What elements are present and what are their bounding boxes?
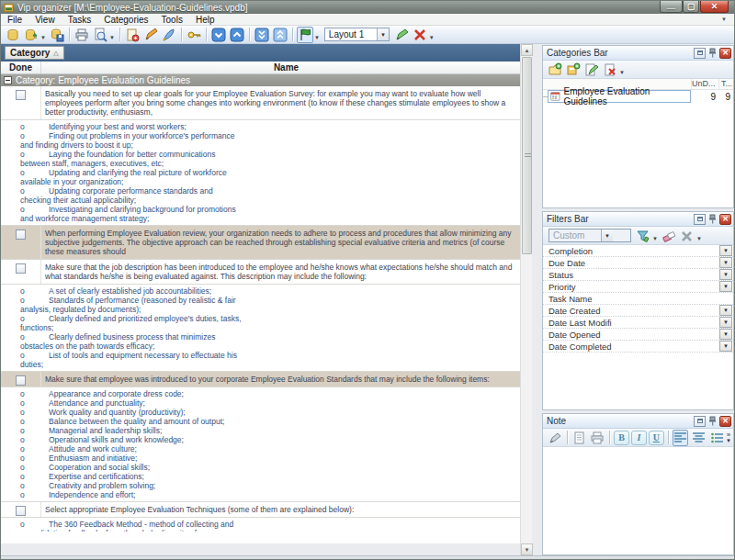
- filter-dropdown-icon[interactable]: ▼: [719, 341, 732, 352]
- bullet-task-row[interactable]: oAppearance and corporate dress code;oAt…: [1, 387, 520, 502]
- print-preview-icon[interactable]: [92, 27, 108, 43]
- toolbar-overflow-icon[interactable]: ▼: [109, 35, 115, 40]
- add-category-icon[interactable]: [547, 62, 563, 78]
- pin-panel-icon[interactable]: [707, 48, 718, 59]
- bullet-task-row[interactable]: oA set of clearly established job accoun…: [1, 285, 520, 372]
- add-subcategory-icon[interactable]: [565, 62, 582, 78]
- layout-combo[interactable]: Layout 1▼: [324, 28, 390, 41]
- bold-icon[interactable]: B: [614, 431, 629, 445]
- close-panel-icon[interactable]: ✕: [719, 416, 731, 427]
- task-row[interactable]: Basically you need to set up clear goals…: [1, 86, 520, 120]
- underline-icon[interactable]: U: [649, 431, 664, 445]
- task-row[interactable]: Make sure that employee was introduced t…: [1, 372, 520, 387]
- align-center-icon[interactable]: [690, 430, 707, 446]
- scroll-up-icon[interactable]: ▲: [521, 44, 533, 56]
- toolbar-overflow-icon[interactable]: ▼: [652, 236, 658, 241]
- close-panel-icon[interactable]: ✕: [719, 214, 731, 225]
- note-content[interactable]: [543, 448, 733, 554]
- group-by-category-button[interactable]: Category △: [5, 46, 64, 60]
- restore-panel-icon[interactable]: [694, 214, 706, 225]
- task-checkbox[interactable]: [16, 375, 26, 386]
- toolbar-overflow-icon[interactable]: ▼: [314, 35, 320, 40]
- filter-dropdown-icon[interactable]: ▼: [719, 245, 732, 256]
- menu-view[interactable]: View: [28, 14, 62, 26]
- filter-row-status[interactable]: Status▼: [543, 269, 733, 281]
- filter-row-completion[interactable]: Completion▼: [543, 245, 733, 257]
- menu-tasks[interactable]: Tasks: [62, 14, 98, 26]
- new-note-icon[interactable]: [571, 430, 588, 446]
- minimize-button[interactable]: —: [660, 1, 683, 13]
- filter-dropdown-icon[interactable]: ▼: [719, 317, 732, 328]
- bullet-task-row[interactable]: oIdentifying your best and worst workers…: [1, 120, 520, 226]
- new-task-icon[interactable]: [124, 27, 141, 43]
- maximize-button[interactable]: ▢: [683, 1, 699, 13]
- apply-filter-icon[interactable]: [635, 228, 651, 244]
- task-checkbox[interactable]: [16, 506, 26, 516]
- filter-dropdown-icon[interactable]: ▼: [719, 281, 732, 292]
- filter-dropdown-icon[interactable]: ▼: [719, 305, 732, 316]
- collapse-all-icon[interactable]: [272, 27, 288, 43]
- print-icon[interactable]: [74, 27, 90, 43]
- print-note-icon[interactable]: [590, 430, 606, 446]
- column-header-name[interactable]: Name: [41, 62, 531, 73]
- filter-row-date-last-modifi[interactable]: Date Last Modifi▼: [543, 317, 733, 329]
- align-left-icon[interactable]: [673, 430, 689, 446]
- combo-dropdown-icon[interactable]: ▼: [601, 230, 613, 241]
- menu-help[interactable]: Help: [189, 14, 221, 26]
- clear-filter-icon[interactable]: [661, 228, 677, 244]
- group-row[interactable]: Category: Employee Evaluation Guidelines: [1, 74, 520, 86]
- expand-all-icon[interactable]: [254, 27, 270, 43]
- bullet-task-row[interactable]: oThe 360 Feedback Method - method of col…: [1, 518, 520, 532]
- category-selected-cell[interactable]: Employee Evaluation Guidelines: [548, 90, 691, 103]
- close-panel-icon[interactable]: ✕: [719, 48, 731, 59]
- edit-layout-icon[interactable]: [393, 27, 410, 43]
- menu-tools[interactable]: Tools: [155, 14, 189, 26]
- filter-dropdown-icon[interactable]: ▼: [719, 269, 732, 280]
- task-checkbox[interactable]: [16, 230, 26, 240]
- category-row[interactable]: – Employee Evaluation Guidelines 9 9: [543, 90, 733, 103]
- categories-column-undone[interactable]: UnD...: [691, 79, 718, 89]
- flag-toggle-icon[interactable]: [297, 27, 313, 43]
- note-toolbar-overflow-icon[interactable]: »▼: [726, 431, 731, 443]
- bullet-list-icon[interactable]: [708, 430, 725, 446]
- filter-dropdown-icon[interactable]: ▼: [719, 257, 732, 268]
- filter-row-task-name[interactable]: Task Name: [543, 293, 733, 305]
- filter-row-date-completed[interactable]: Date Completed▼: [543, 341, 733, 353]
- toolbar-overflow-icon[interactable]: ▼: [619, 70, 625, 75]
- complete-task-icon[interactable]: [161, 27, 177, 43]
- task-row[interactable]: Make sure that the job description has b…: [1, 260, 520, 285]
- toolbar-overflow-icon[interactable]: ▼: [429, 35, 435, 40]
- menu-file[interactable]: File: [1, 14, 28, 26]
- menu-categories[interactable]: Categories: [97, 14, 154, 26]
- italic-icon[interactable]: I: [631, 431, 647, 445]
- categories-column-total[interactable]: T...: [718, 79, 733, 89]
- delete-layout-icon[interactable]: [412, 27, 428, 43]
- restore-panel-icon[interactable]: [694, 48, 706, 59]
- collapse-group-icon[interactable]: [4, 76, 12, 84]
- combo-dropdown-icon[interactable]: ▼: [377, 28, 389, 40]
- column-header-done[interactable]: Done: [1, 62, 41, 73]
- filter-row-date-created[interactable]: Date Created▼: [543, 305, 733, 317]
- filter-row-priority[interactable]: Priority▼: [543, 281, 733, 293]
- filter-row-date-opened[interactable]: Date Opened▼: [543, 329, 733, 341]
- edit-note-icon[interactable]: [547, 430, 563, 446]
- delete-filter-icon[interactable]: [679, 228, 695, 244]
- pin-panel-icon[interactable]: [707, 214, 718, 225]
- move-up-icon[interactable]: [229, 27, 245, 43]
- filter-preset-combo[interactable]: Custom ▼: [548, 229, 631, 242]
- edit-task-icon[interactable]: [142, 27, 159, 43]
- toolbar-overflow-icon[interactable]: ▼: [696, 236, 702, 241]
- move-down-icon[interactable]: [210, 27, 227, 43]
- vertical-scrollbar[interactable]: ▲ ▼: [520, 44, 532, 555]
- pin-panel-icon[interactable]: [707, 416, 718, 427]
- scroll-down-icon[interactable]: ▼: [521, 543, 533, 555]
- open-database-icon[interactable]: [23, 27, 40, 43]
- task-checkbox[interactable]: [16, 90, 26, 100]
- password-icon[interactable]: [186, 27, 202, 43]
- delete-category-icon[interactable]: [602, 62, 618, 78]
- new-database-icon[interactable]: [5, 27, 21, 43]
- restore-panel-icon[interactable]: [694, 416, 706, 427]
- menu-overflow-icon[interactable]: ▼: [721, 17, 727, 22]
- scrollbar-thumb[interactable]: [522, 57, 532, 254]
- edit-category-icon[interactable]: [583, 62, 600, 78]
